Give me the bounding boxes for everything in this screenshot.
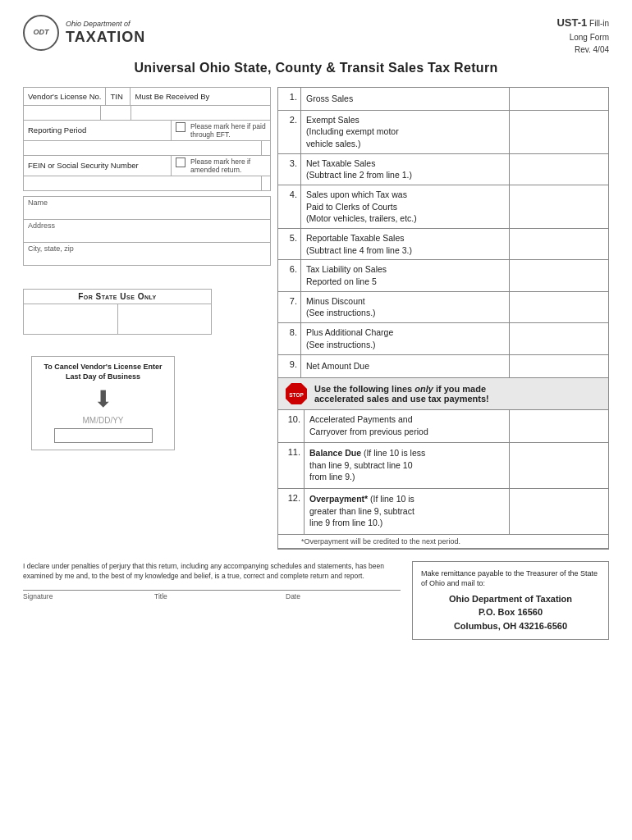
tax-line-6: 6. Tax Liability on Sales Reported on li… — [278, 260, 608, 291]
vendor-license-cell: Vendor's License No. — [24, 88, 106, 105]
fein-input[interactable] — [28, 178, 257, 189]
line-3-text-2: (Subtract line 2 from line 1.) — [306, 169, 504, 181]
address-label: Address — [28, 221, 55, 230]
vendor-license-input[interactable] — [27, 107, 97, 118]
org-name: Ohio Department of Taxation — [449, 594, 572, 604]
amended-checkbox[interactable] — [176, 158, 185, 167]
line-5-text-2: (Subtract line 4 from line 3.) — [306, 244, 504, 257]
line-2-text-3: vehicle sales.) — [306, 138, 504, 150]
logo-area: ODT Ohio Department of TAXATION — [23, 15, 145, 51]
state-use-cell-1[interactable] — [24, 304, 118, 334]
svg-text:STOP: STOP — [289, 392, 304, 398]
line-8-input[interactable] — [510, 323, 608, 354]
line-desc-2: Exempt Sales (Including exempt motor veh… — [301, 111, 510, 153]
line-10-input[interactable] — [510, 410, 608, 442]
footer-left: I declare under penalties of perjury tha… — [23, 561, 401, 601]
form-style: Long Form — [570, 33, 609, 42]
cancel-date-input-box — [54, 428, 153, 443]
tax-line-8: 8. Plus Additional Charge (See instructi… — [278, 323, 608, 354]
line-12-text-1: Overpayment* (If line 10 is — [309, 493, 504, 505]
line-3-input[interactable] — [510, 154, 608, 185]
must-received-input[interactable] — [135, 107, 266, 118]
tax-line-1: 1. Gross Sales — [278, 88, 608, 111]
line-2-input[interactable] — [510, 111, 608, 153]
tax-line-11: 11. Balance Due (If line 10 is less than… — [278, 443, 608, 489]
line-num-10: 10. — [278, 410, 305, 442]
address-input[interactable] — [28, 230, 266, 240]
reporting-period-input[interactable] — [28, 143, 257, 153]
line-4-input[interactable] — [510, 185, 608, 228]
line-desc-10: Accelerated Payments and Carryover from … — [305, 410, 510, 442]
tin-input-cell[interactable] — [101, 106, 131, 120]
line-12-input[interactable] — [510, 489, 608, 534]
line-2-text-1: Exempt Sales — [306, 114, 504, 126]
sig-label: Signature — [23, 592, 53, 600]
reporting-row: Reporting Period Please mark here if pai… — [24, 121, 270, 141]
name-label: Name — [28, 199, 48, 207]
line-5-input[interactable] — [510, 229, 608, 259]
line-4-text-3: (Motor vehicles, trailers, etc.) — [306, 212, 504, 225]
stop-banner-text: Use the following lines only if you made… — [314, 384, 489, 404]
line-8-text-2: (See instructions.) — [306, 339, 504, 351]
stop-sign: STOP — [285, 382, 308, 405]
line-7-text-2: (See instructions.) — [306, 307, 504, 319]
tax-line-3: 3. Net Taxable Sales (Subtract line 2 fr… — [278, 154, 608, 185]
left-column: Vendor's License No. TIN Must Be Receive… — [23, 87, 277, 450]
line-desc-1: Gross Sales — [301, 88, 510, 110]
date-label: Date — [286, 592, 300, 600]
signature-cell: Signature — [23, 592, 138, 600]
vendor-row: Vendor's License No. TIN Must Be Receive… — [24, 88, 270, 106]
line-num-4: 4. — [278, 185, 301, 228]
eft-note: Please mark here if paid through EFT. — [190, 122, 266, 139]
sig-line-row: Signature Title Date — [23, 590, 401, 600]
eft-checkbox[interactable] — [176, 122, 185, 132]
must-received-input-cell[interactable] — [131, 106, 270, 120]
stop-banner: STOP Use the following lines only if you… — [278, 378, 608, 410]
main-layout: Vendor's License No. TIN Must Be Receive… — [23, 87, 609, 550]
line-num-6: 6. — [278, 260, 301, 290]
line-2-text-2: (Including exempt motor — [306, 126, 504, 138]
line-6-input[interactable] — [510, 260, 608, 290]
amended-note: Please mark here if amended return. — [190, 158, 266, 174]
line-8-text-1: Plus Additional Charge — [306, 326, 504, 339]
tin-cell: TIN — [106, 88, 131, 105]
org-city: Columbus, OH 43216-6560 — [454, 621, 567, 631]
page: ODT Ohio Department of TAXATION UST-1 Fi… — [0, 0, 632, 840]
tax-lines-col: 1. Gross Sales 2. Exempt Sales (Includin… — [277, 87, 609, 550]
org-po: P.O. Box 16560 — [479, 607, 543, 617]
line-num-5: 5. — [278, 229, 301, 259]
city-input[interactable] — [28, 253, 266, 263]
state-use-header: For State Use Only — [24, 290, 211, 304]
tin-input[interactable] — [104, 107, 127, 118]
line-9-input[interactable] — [510, 355, 608, 377]
page-title: Universal Ohio State, County & Transit S… — [23, 61, 609, 75]
state-use-cell-2[interactable] — [118, 304, 212, 334]
fein-label-cell: FEIN or Social Security Number — [24, 156, 172, 176]
line-desc-9: Net Amount Due — [301, 355, 510, 377]
name-input[interactable] — [28, 207, 266, 217]
overpayment-note: *Overpayment will be credited to the nex… — [278, 535, 608, 549]
state-use-body — [24, 304, 211, 334]
form-rev: Rev. 4/04 — [575, 45, 609, 54]
line-num-3: 3. — [278, 154, 301, 185]
line-desc-5: Reportable Taxable Sales (Subtract line … — [301, 229, 510, 259]
cancel-date-input[interactable] — [55, 429, 152, 442]
line-desc-8: Plus Additional Charge (See instructions… — [301, 323, 510, 354]
fein-input-row — [24, 176, 270, 190]
reporting-label-cell: Reporting Period — [24, 121, 172, 140]
line-num-12: 12. — [278, 489, 305, 534]
must-received-cell: Must Be Received By — [131, 88, 270, 105]
line-7-input[interactable] — [510, 292, 608, 322]
reporting-label: Reporting Period — [28, 126, 86, 135]
footer-right: Make remittance payable to the Treasurer… — [412, 561, 609, 641]
vendor-input-row — [24, 106, 270, 121]
line-7-text-1: Minus Discount — [306, 295, 504, 308]
line-1-text: Gross Sales — [306, 93, 504, 105]
form-id-box: UST-1 Fill-in Long Form Rev. 4/04 — [556, 15, 609, 56]
line-1-input[interactable] — [510, 88, 608, 110]
vendor-input-cell[interactable] — [24, 106, 101, 120]
cancel-vendor-box: To Cancel Vendor's License Enter Last Da… — [31, 356, 175, 450]
fein-label: FEIN or Social Security Number — [28, 161, 139, 170]
line-9-text: Net Amount Due — [306, 360, 504, 372]
line-11-input[interactable] — [510, 443, 608, 488]
